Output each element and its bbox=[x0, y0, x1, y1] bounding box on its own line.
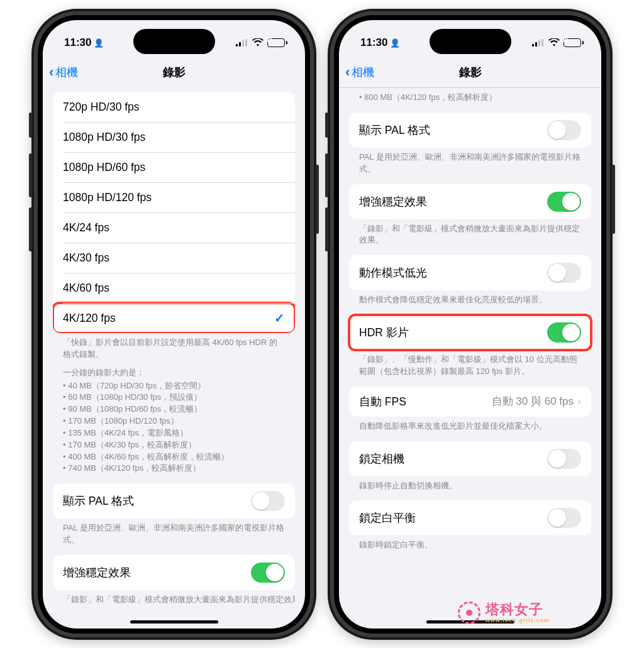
back-button[interactable]: ‹ 相機 bbox=[345, 57, 374, 87]
hdr-group: HDR 影片 bbox=[349, 315, 591, 350]
power-button bbox=[612, 165, 615, 234]
toggle-switch[interactable] bbox=[547, 449, 581, 469]
status-time: 11:30 bbox=[360, 36, 387, 49]
battery-icon: 80 bbox=[267, 38, 287, 47]
resolution-option[interactable]: 1080p HD/60 fps bbox=[53, 152, 295, 182]
toggle-switch[interactable] bbox=[547, 120, 581, 140]
watermark-logo-icon bbox=[458, 601, 480, 624]
watermark: 塔科女子 www.tech-girlz.com bbox=[458, 601, 550, 624]
nav-header: ‹ 相機 錄影 bbox=[339, 57, 601, 88]
dynamic-island bbox=[430, 29, 511, 54]
stabilization-footer: 「錄影」和「電影級」模式會稍微放大畫面來為影片提供穩定效果。 bbox=[53, 590, 295, 607]
chevron-right-icon: › bbox=[577, 395, 581, 408]
lockcam-toggle-row[interactable]: 鎖定相機 bbox=[349, 441, 591, 476]
phone-mockup-left: 11:30 👤 80 ‹ 相機 bbox=[31, 9, 316, 640]
volume-down-button bbox=[325, 207, 328, 251]
toggle-switch[interactable] bbox=[251, 563, 285, 583]
resolution-option[interactable]: 1080p HD/30 fps bbox=[53, 122, 295, 152]
lockcam-footer: 錄影時停止自動切換相機。 bbox=[349, 476, 591, 493]
watermark-title: 塔科女子 bbox=[486, 603, 550, 617]
volume-up-button bbox=[29, 153, 32, 197]
storage-footer-partial: x 800 MB（4K/120 fps，較高解析度） bbox=[349, 88, 591, 105]
back-button[interactable]: ‹ 相機 bbox=[49, 57, 78, 87]
stabilization-group: 增強穩定效果 bbox=[53, 555, 295, 590]
phone-mockup-right: 11:30 👤 80 ‹ 相機 bbox=[328, 9, 613, 640]
cellular-icon bbox=[236, 39, 248, 47]
chevron-left-icon: ‹ bbox=[345, 65, 350, 79]
resolution-option-selected[interactable]: 4K/120 fps ✓ bbox=[53, 303, 295, 333]
settings-scroll[interactable]: 720p HD/30 fps 1080p HD/30 fps 1080p HD/… bbox=[43, 88, 305, 629]
toggle-switch[interactable] bbox=[547, 263, 581, 283]
autofps-row[interactable]: 自動 FPS 自動 30 與 60 fps › bbox=[349, 387, 591, 417]
chevron-left-icon: ‹ bbox=[49, 65, 53, 79]
page-title: 錄影 bbox=[163, 65, 186, 80]
pal-toggle-row[interactable]: 顯示 PAL 格式 bbox=[349, 113, 591, 148]
resolution-option[interactable]: 4K/30 fps bbox=[53, 243, 295, 273]
resolution-option[interactable]: 4K/24 fps bbox=[53, 212, 295, 243]
home-indicator[interactable] bbox=[130, 620, 218, 623]
checkmark-icon: ✓ bbox=[274, 310, 285, 326]
resolution-option[interactable]: 720p HD/30 fps bbox=[53, 92, 295, 122]
stabilization-group: 增強穩定效果 bbox=[349, 184, 591, 219]
lowlight-toggle-row[interactable]: 動作模式低光 bbox=[349, 255, 591, 290]
page-title: 錄影 bbox=[459, 65, 482, 80]
hdr-footer: 「錄影」、「慢動作」和「電影級」模式會以 10 位元高動態範圍（包含杜比視界）錄… bbox=[349, 350, 591, 379]
resolution-option[interactable]: 4K/60 fps bbox=[53, 273, 295, 303]
toggle-switch[interactable] bbox=[547, 508, 581, 528]
cellular-icon bbox=[532, 39, 545, 47]
lockcam-group: 鎖定相機 bbox=[349, 441, 591, 476]
settings-scroll[interactable]: x 800 MB（4K/120 fps，較高解析度） 顯示 PAL 格式 PAL… bbox=[339, 88, 601, 629]
autofps-group: 自動 FPS 自動 30 與 60 fps › bbox=[349, 387, 591, 417]
wifi-icon bbox=[252, 38, 264, 48]
stabilization-footer: 「錄影」和「電影級」模式會稍微放大畫面來為影片提供穩定效果。 bbox=[349, 219, 591, 248]
toggle-switch[interactable] bbox=[547, 192, 581, 212]
lowlight-footer: 動作模式會降低穩定效果來最佳化亮度較低的場景。 bbox=[349, 290, 591, 307]
pal-group: 顯示 PAL 格式 bbox=[349, 113, 591, 148]
toggle-switch[interactable] bbox=[547, 322, 581, 343]
side-button bbox=[325, 113, 328, 138]
pal-footer: PAL 是用於亞洲、歐洲、非洲和南美洲許多國家的電視影片格式。 bbox=[53, 519, 295, 547]
battery-icon: 80 bbox=[564, 38, 584, 47]
lockwb-toggle-row[interactable]: 鎖定白平衡 bbox=[349, 500, 591, 535]
back-label: 相機 bbox=[55, 65, 78, 80]
resolution-group: 720p HD/30 fps 1080p HD/30 fps 1080p HD/… bbox=[53, 92, 295, 333]
person-icon: 👤 bbox=[390, 38, 400, 48]
pal-group: 顯示 PAL 格式 bbox=[53, 483, 295, 519]
autofps-footer: 自動降低影格率來改進低光影片並最佳化檔案大小。 bbox=[349, 417, 591, 434]
dynamic-island bbox=[133, 29, 215, 54]
autofps-value: 自動 30 與 60 fps bbox=[492, 394, 574, 409]
hdr-toggle-row[interactable]: HDR 影片 bbox=[349, 315, 591, 350]
pal-footer: PAL 是用於亞洲、歐洲、非洲和南美洲許多國家的電視影片格式。 bbox=[349, 148, 591, 177]
stabilization-toggle-row[interactable]: 增強穩定效果 bbox=[53, 555, 295, 590]
pal-toggle-row[interactable]: 顯示 PAL 格式 bbox=[53, 483, 295, 519]
stabilization-toggle-row[interactable]: 增強穩定效果 bbox=[349, 184, 591, 219]
volume-up-button bbox=[325, 153, 328, 197]
lockwb-group: 鎖定白平衡 bbox=[349, 500, 591, 535]
back-label: 相機 bbox=[352, 65, 374, 80]
lowlight-group: 動作模式低光 bbox=[349, 255, 591, 290]
resolution-footer: 「快錄」影片會以目前影片設定使用最高 4K/60 fps HDR 的格式錄製。 … bbox=[53, 333, 295, 476]
watermark-url: www.tech-girlz.com bbox=[486, 618, 550, 623]
status-time: 11:30 bbox=[64, 36, 91, 49]
volume-down-button bbox=[29, 207, 32, 251]
lockwb-footer: 錄影時鎖定白平衡。 bbox=[349, 535, 591, 552]
power-button bbox=[316, 165, 319, 234]
nav-header: ‹ 相機 錄影 bbox=[43, 57, 305, 88]
person-icon: 👤 bbox=[94, 38, 104, 48]
resolution-option[interactable]: 1080p HD/120 fps bbox=[53, 182, 295, 212]
wifi-icon bbox=[548, 38, 560, 48]
toggle-switch[interactable] bbox=[251, 491, 285, 511]
side-button bbox=[29, 113, 32, 138]
